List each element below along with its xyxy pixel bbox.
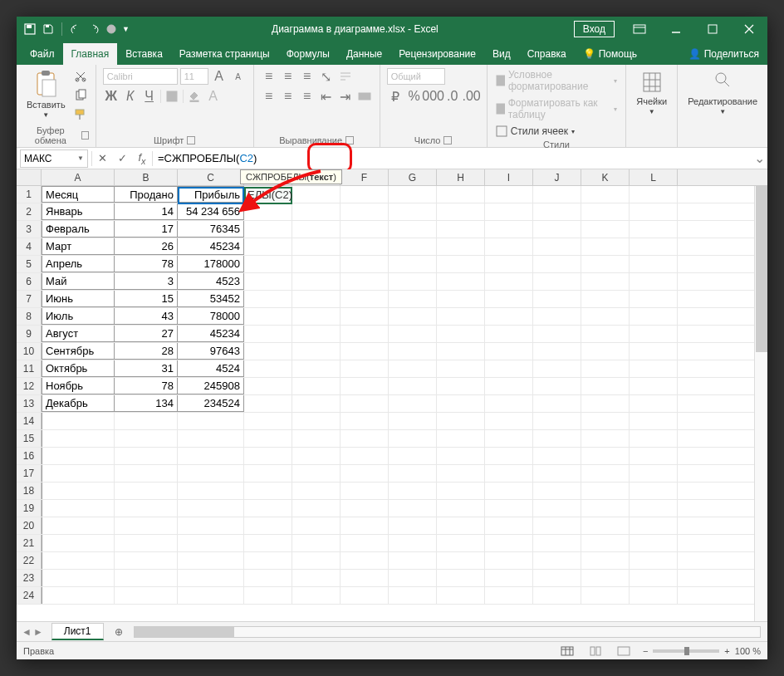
cell[interactable] bbox=[115, 570, 178, 586]
row-header[interactable]: 7 bbox=[17, 291, 42, 307]
cell[interactable] bbox=[437, 273, 485, 290]
increase-font-icon[interactable]: A bbox=[211, 68, 228, 85]
close-icon[interactable] bbox=[731, 17, 767, 42]
row-header[interactable]: 24 bbox=[17, 587, 42, 604]
cell[interactable] bbox=[341, 256, 389, 272]
cell[interactable] bbox=[244, 587, 292, 604]
tab-review[interactable]: Рецензирование bbox=[390, 43, 484, 65]
cell[interactable] bbox=[178, 535, 244, 551]
cell[interactable] bbox=[115, 517, 178, 534]
cell[interactable] bbox=[581, 570, 630, 586]
cell[interactable] bbox=[244, 256, 292, 272]
border-icon[interactable] bbox=[164, 88, 180, 105]
cell[interactable] bbox=[292, 430, 341, 447]
cell[interactable] bbox=[292, 552, 341, 569]
cell[interactable]: Октябрь bbox=[42, 360, 115, 377]
maximize-icon[interactable] bbox=[694, 17, 731, 42]
cell[interactable] bbox=[42, 587, 115, 604]
cell[interactable] bbox=[485, 517, 533, 534]
cell[interactable] bbox=[581, 483, 630, 499]
cell[interactable] bbox=[533, 308, 581, 325]
cell[interactable]: Прибыль bbox=[178, 186, 244, 203]
cell[interactable] bbox=[292, 587, 341, 604]
cell[interactable] bbox=[389, 483, 437, 499]
cell[interactable] bbox=[630, 535, 678, 551]
col-header[interactable]: C bbox=[178, 169, 244, 185]
row-header[interactable]: 14 bbox=[17, 413, 42, 429]
cell[interactable] bbox=[244, 500, 292, 517]
row-header[interactable]: 8 bbox=[17, 308, 42, 325]
sheet-nav-prev-icon[interactable]: ◄ bbox=[22, 626, 32, 638]
tab-data[interactable]: Данные bbox=[338, 43, 390, 65]
row-header[interactable]: 2 bbox=[17, 203, 42, 220]
cell[interactable] bbox=[42, 535, 115, 551]
cell[interactable] bbox=[630, 517, 678, 534]
cell[interactable] bbox=[630, 291, 678, 307]
cell[interactable] bbox=[292, 256, 341, 272]
indent-inc-icon[interactable]: ⇥ bbox=[337, 88, 354, 105]
cell[interactable] bbox=[485, 587, 533, 604]
cell[interactable] bbox=[389, 343, 437, 360]
cell[interactable] bbox=[292, 535, 341, 551]
cell[interactable] bbox=[341, 413, 389, 429]
cell[interactable]: 45234 bbox=[178, 326, 244, 342]
cut-icon[interactable] bbox=[72, 68, 89, 85]
name-box[interactable]: МАКС▼ bbox=[20, 149, 88, 168]
view-page-layout-icon[interactable] bbox=[586, 644, 605, 659]
cell[interactable] bbox=[437, 238, 485, 255]
cell[interactable] bbox=[42, 448, 115, 464]
cell[interactable] bbox=[389, 552, 437, 569]
cell[interactable] bbox=[292, 186, 341, 203]
cell[interactable] bbox=[292, 291, 341, 307]
cell[interactable] bbox=[42, 413, 115, 429]
font-name-combo[interactable]: Calibri bbox=[103, 68, 178, 85]
row-header[interactable]: 15 bbox=[17, 430, 42, 447]
cell[interactable] bbox=[437, 448, 485, 464]
row-header[interactable]: 6 bbox=[17, 273, 42, 290]
cell[interactable] bbox=[292, 221, 341, 238]
cell[interactable] bbox=[437, 378, 485, 394]
cell[interactable]: 245908 bbox=[178, 378, 244, 394]
row-header[interactable]: 19 bbox=[17, 500, 42, 517]
cell[interactable] bbox=[630, 273, 678, 290]
cell[interactable] bbox=[533, 291, 581, 307]
cell[interactable] bbox=[533, 221, 581, 238]
cell[interactable] bbox=[292, 378, 341, 394]
tab-home[interactable]: Главная bbox=[63, 43, 118, 65]
fx-icon[interactable]: fx bbox=[132, 149, 152, 168]
zoom-level[interactable]: 100 % bbox=[735, 646, 761, 656]
cell[interactable] bbox=[341, 587, 389, 604]
cell[interactable] bbox=[292, 465, 341, 482]
cell[interactable]: Продано bbox=[115, 186, 178, 203]
cell[interactable] bbox=[437, 291, 485, 307]
cell[interactable] bbox=[533, 430, 581, 447]
cell[interactable]: 97643 bbox=[178, 343, 244, 360]
dec-decimal-icon[interactable]: .00 bbox=[463, 88, 480, 105]
col-header[interactable]: J bbox=[533, 169, 581, 185]
row-header[interactable]: 17 bbox=[17, 465, 42, 482]
cell[interactable] bbox=[630, 360, 678, 377]
cell[interactable] bbox=[533, 273, 581, 290]
cell[interactable] bbox=[341, 430, 389, 447]
share-button[interactable]: 👤Поделиться bbox=[680, 43, 767, 65]
cell[interactable]: 3 bbox=[115, 273, 178, 290]
cell[interactable] bbox=[244, 465, 292, 482]
cell[interactable] bbox=[341, 360, 389, 377]
cell[interactable] bbox=[630, 552, 678, 569]
dialog-launcher-icon[interactable] bbox=[81, 131, 89, 140]
cell[interactable] bbox=[485, 221, 533, 238]
cell[interactable] bbox=[389, 221, 437, 238]
cell[interactable]: 134 bbox=[115, 395, 178, 412]
cell[interactable] bbox=[533, 587, 581, 604]
cell[interactable] bbox=[341, 483, 389, 499]
cell[interactable]: 178000 bbox=[178, 256, 244, 272]
cell[interactable] bbox=[42, 552, 115, 569]
cell[interactable] bbox=[244, 291, 292, 307]
dialog-launcher-icon[interactable] bbox=[443, 136, 452, 145]
cell[interactable] bbox=[437, 221, 485, 238]
cell[interactable]: Май bbox=[42, 273, 115, 290]
cell[interactable] bbox=[292, 238, 341, 255]
row-header[interactable]: 3 bbox=[17, 221, 42, 238]
cell[interactable] bbox=[437, 570, 485, 586]
cell[interactable] bbox=[292, 483, 341, 499]
